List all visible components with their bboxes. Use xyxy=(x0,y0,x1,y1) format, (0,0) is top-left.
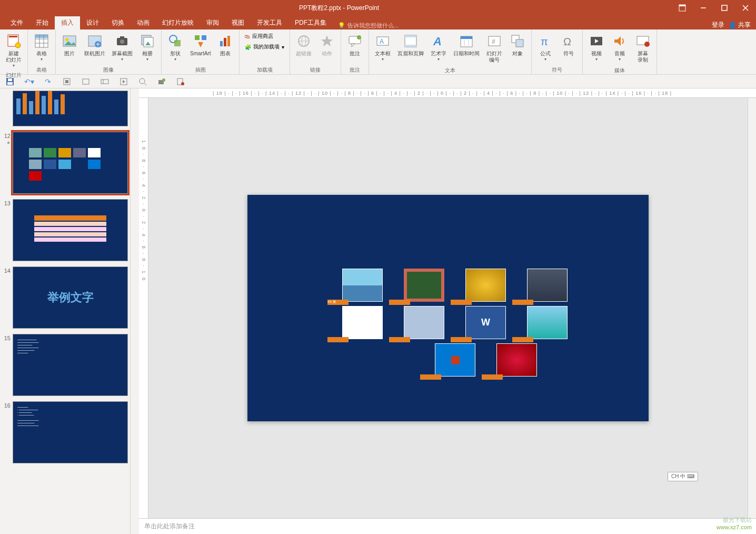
symbol-button[interactable]: Ω 符号 xyxy=(558,32,579,58)
screenshot-icon xyxy=(114,33,131,50)
lightbulb-icon: 💡 xyxy=(338,22,345,29)
qa-icon-4[interactable] xyxy=(118,76,130,87)
online-picture-button[interactable]: 联机图片 xyxy=(82,32,107,58)
slide-thumb-11[interactable] xyxy=(13,91,128,126)
datetime-button[interactable]: 日期和时间 xyxy=(451,32,482,58)
qa-icon-5[interactable] xyxy=(137,76,148,87)
shapes-button[interactable]: 形状 ▾ xyxy=(165,32,186,63)
wordart-button[interactable]: A 艺术字 ▾ xyxy=(428,32,449,63)
album-photo-6[interactable] xyxy=(404,306,444,339)
login-link[interactable]: 登录 xyxy=(712,21,724,29)
tab-view[interactable]: 视图 xyxy=(225,16,251,29)
header-footer-button[interactable]: 页眉和页脚 xyxy=(395,32,426,58)
svg-rect-3 xyxy=(722,5,727,11)
screen-record-button[interactable]: 屏幕 录制 xyxy=(632,32,653,64)
svg-rect-54 xyxy=(516,39,523,47)
slide-thumbnail-panel[interactable]: 12★ 13 14 举例文字 15 xyxy=(0,88,131,534)
chevron-down-icon: ▾ xyxy=(121,57,123,62)
minimize-button[interactable] xyxy=(693,0,714,16)
tab-transitions[interactable]: 切换 xyxy=(105,16,131,29)
editor-scrollbar[interactable] xyxy=(748,98,756,518)
slide-thumb-16[interactable]: ━━━━━━━━━━• ━━━━━━━━━━━━━━━━━━• ━━━━━━━━… xyxy=(13,401,128,463)
maximize-button[interactable] xyxy=(714,0,735,16)
object-button[interactable]: 对象 xyxy=(507,32,528,58)
tab-file[interactable]: 文件 xyxy=(4,16,29,29)
textbox-button[interactable]: A 文本框 ▾ xyxy=(372,32,393,63)
album-photo-10[interactable] xyxy=(496,343,537,377)
textbox-icon: A xyxy=(374,33,391,50)
slide-thumb-12[interactable] xyxy=(13,132,128,194)
video-button[interactable]: 视频 ▾ xyxy=(586,32,607,63)
comment-button[interactable]: 批注 xyxy=(344,32,365,58)
album-photo-1[interactable]: XX 展 xyxy=(342,269,383,302)
tab-slideshow[interactable]: 幻灯片放映 xyxy=(156,16,200,29)
svg-text:π: π xyxy=(541,36,548,47)
qa-icon-3[interactable] xyxy=(99,76,111,87)
hyperlink-button[interactable]: 超链接 xyxy=(293,32,314,58)
share-icon: 👤 xyxy=(729,22,737,29)
share-button[interactable]: 👤 共享 xyxy=(729,21,751,29)
album-photo-3[interactable] xyxy=(465,269,506,302)
chart-button[interactable]: 图表 xyxy=(215,32,236,58)
ribbon-display-options-button[interactable] xyxy=(672,0,693,16)
horizontal-ruler[interactable]: | 18 | · | · | 16 | · | · | 14 | · | · |… xyxy=(139,88,756,98)
object-icon xyxy=(509,33,526,50)
picture-button[interactable]: 图片 xyxy=(59,32,80,58)
svg-rect-14 xyxy=(35,35,48,38)
svg-rect-22 xyxy=(120,36,124,38)
tab-design[interactable]: 设计 xyxy=(80,16,105,29)
svg-marker-39 xyxy=(352,44,355,47)
slide-editor: | 18 | · | · | 16 | · | · | 14 | · | · |… xyxy=(139,88,756,534)
audio-button[interactable]: 音频 ▾ xyxy=(609,32,630,63)
tab-developer[interactable]: 开发工具 xyxy=(251,16,289,29)
undo-button[interactable]: ↶▾ xyxy=(23,76,35,87)
album-button[interactable]: 相册 ▾ xyxy=(137,32,158,63)
tab-home[interactable]: 开始 xyxy=(29,16,55,29)
screen-record-icon xyxy=(634,33,651,50)
close-button[interactable] xyxy=(735,0,756,16)
chart-icon xyxy=(217,33,234,50)
slide-number-button[interactable]: # 幻灯片 编号 xyxy=(484,32,505,64)
slide-thumb-15[interactable]: ━━━━━━━━━━━━━━━━━━━━━━━━━━━━━━━━━━━━━━━━… xyxy=(13,334,128,396)
smartart-button[interactable]: SmartArt xyxy=(188,32,213,58)
table-button[interactable]: 表格 ▾ xyxy=(31,32,52,63)
tab-review[interactable]: 审阅 xyxy=(200,16,225,29)
album-photo-9[interactable] xyxy=(435,343,475,377)
action-button[interactable]: 动作 xyxy=(316,32,337,58)
redo-button[interactable]: ↷ xyxy=(42,76,54,87)
ribbon: 新建 幻灯片 ▾ 幻灯片 表格 ▾ 表格 图片 联机图片 xyxy=(0,29,756,75)
save-button[interactable] xyxy=(4,76,16,87)
qa-icon-7[interactable] xyxy=(175,76,186,87)
ime-language-badge[interactable]: CH 中 ⌨ xyxy=(668,472,698,481)
qa-icon-6[interactable] xyxy=(156,76,167,87)
svg-point-61 xyxy=(644,42,650,47)
my-addins-button[interactable]: 🧩 我的加载项 ▾ xyxy=(243,42,286,52)
ribbon-group-slides: 新建 幻灯片 ▾ 幻灯片 xyxy=(0,29,28,74)
slide-thumb-13[interactable] xyxy=(13,199,128,261)
album-photo-8[interactable] xyxy=(527,306,568,339)
screenshot-button[interactable]: 屏幕截图 ▾ xyxy=(110,32,135,63)
symbol-icon: Ω xyxy=(560,33,577,50)
svg-marker-30 xyxy=(198,42,203,47)
tell-me-search[interactable]: 💡 告诉我您想做什么... xyxy=(333,22,404,29)
addins-icon: 🧩 xyxy=(245,44,251,50)
svg-point-16 xyxy=(65,38,68,41)
slide-canvas[interactable]: XX 展 W xyxy=(247,195,649,421)
album-photo-4[interactable] xyxy=(527,269,568,302)
qa-icon-2[interactable] xyxy=(80,76,92,87)
album-photo-5[interactable] xyxy=(342,306,383,339)
svg-marker-59 xyxy=(614,36,621,46)
vertical-ruler[interactable]: 10·8·6·4·2·0·2·4·6·8·10 xyxy=(139,98,148,518)
album-photo-7[interactable]: W xyxy=(465,306,506,339)
tab-insert[interactable]: 插入 xyxy=(55,16,80,29)
tab-pdf-tools[interactable]: PDF工具集 xyxy=(289,16,333,29)
album-photo-2[interactable] xyxy=(404,269,444,302)
qa-icon-1[interactable] xyxy=(61,76,73,87)
notes-pane[interactable]: 单击此处添加备注 xyxy=(139,518,756,534)
slide-thumb-14[interactable]: 举例文字 xyxy=(13,266,128,329)
tab-animations[interactable]: 动画 xyxy=(131,16,156,29)
store-button[interactable]: 🛍 应用商店 xyxy=(243,32,286,41)
equation-button[interactable]: π 公式 ▾ xyxy=(535,32,556,63)
panel-scrollbar[interactable] xyxy=(131,88,139,534)
new-slide-button[interactable]: 新建 幻灯片 ▾ xyxy=(3,32,24,69)
